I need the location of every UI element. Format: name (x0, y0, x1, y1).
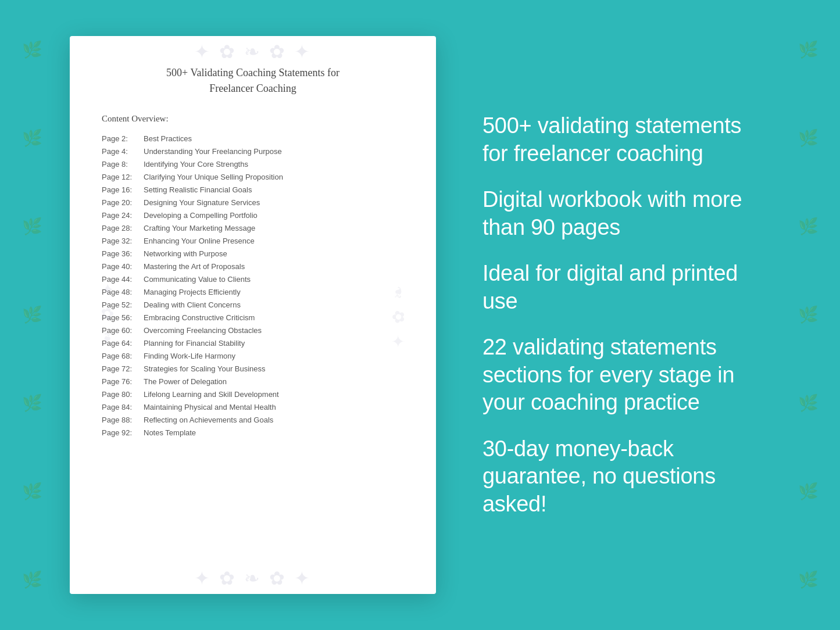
toc-chapter-title: Managing Projects Efficiently (144, 288, 241, 296)
toc-page-number: Page 24: (102, 211, 141, 220)
toc-chapter-title: Communicating Value to Clients (144, 275, 251, 284)
document-card: ✦ ✿ ❧ ✿ ✦ ✦ ✿ ❧ ✿ ✦ ✦ ✿ ❧ ✦ ✿ ❧ 500+ Val… (70, 36, 436, 594)
toc-chapter-title: The Power of Delegation (144, 377, 227, 386)
toc-page-number: Page 28: (102, 224, 141, 232)
feature-text: 500+ validating statements for freelance… (482, 112, 770, 167)
toc-item: Page 52:Dealing with Client Concerns (102, 298, 404, 311)
features-panel: 500+ validating statements for freelance… (471, 112, 770, 518)
toc-item: Page 76:The Power of Delegation (102, 375, 404, 388)
toc-page-number: Page 72: (102, 364, 141, 373)
toc-chapter-title: Planning for Financial Stability (144, 339, 245, 348)
toc-page-number: Page 2: (102, 134, 141, 143)
toc-page-number: Page 16: (102, 185, 141, 194)
toc-chapter-title: Developing a Compelling Portfolio (144, 211, 258, 220)
decorative-top: ✦ ✿ ❧ ✿ ✦ (194, 41, 312, 63)
toc-item: Page 64:Planning for Financial Stability (102, 337, 404, 349)
feature-text: 30-day money-back guarantee, no question… (482, 435, 770, 518)
toc-item: Page 56:Embracing Constructive Criticism (102, 311, 404, 324)
toc-page-number: Page 40: (102, 262, 141, 271)
toc-chapter-title: Understanding Your Freelancing Purpose (144, 147, 282, 156)
toc-item: Page 28:Crafting Your Marketing Message (102, 221, 404, 234)
toc-chapter-title: Crafting Your Marketing Message (144, 224, 255, 232)
table-of-contents: Page 2:Best PracticesPage 4:Understandin… (102, 132, 404, 439)
toc-item: Page 88:Reflecting on Achievements and G… (102, 413, 404, 426)
toc-chapter-title: Setting Realistic Financial Goals (144, 185, 252, 194)
toc-item: Page 36:Networking with Purpose (102, 247, 404, 260)
toc-item: Page 12:Clarifying Your Unique Selling P… (102, 170, 404, 183)
toc-chapter-title: Finding Work-Life Harmony (144, 352, 235, 360)
toc-chapter-title: Best Practices (144, 134, 192, 143)
toc-page-number: Page 8: (102, 160, 141, 169)
toc-chapter-title: Overcoming Freelancing Obstacles (144, 326, 262, 335)
decorative-bottom: ✦ ✿ ❧ ✿ ✦ (194, 567, 312, 589)
toc-item: Page 72:Strategies for Scaling Your Busi… (102, 362, 404, 375)
feature-block: 22 validating statements sections for ev… (482, 334, 770, 417)
toc-page-number: Page 12: (102, 173, 141, 181)
toc-item: Page 16:Setting Realistic Financial Goal… (102, 183, 404, 196)
toc-page-number: Page 80: (102, 390, 141, 399)
toc-chapter-title: Maintaining Physical and Mental Health (144, 403, 276, 411)
toc-chapter-title: Dealing with Client Concerns (144, 300, 241, 309)
toc-chapter-title: Identifying Your Core Strengths (144, 160, 248, 169)
toc-item: Page 48:Managing Projects Efficiently (102, 285, 404, 298)
feature-text: Ideal for digital and printed use (482, 260, 770, 315)
toc-page-number: Page 4: (102, 147, 141, 156)
toc-chapter-title: Networking with Purpose (144, 249, 227, 258)
toc-item: Page 24:Developing a Compelling Portfoli… (102, 209, 404, 221)
feature-block: 500+ validating statements for freelance… (482, 112, 770, 167)
feature-block: Digital workbook with more than 90 pages (482, 186, 770, 241)
toc-chapter-title: Mastering the Art of Proposals (144, 262, 245, 271)
toc-item: Page 40:Mastering the Art of Proposals (102, 260, 404, 273)
toc-item: Page 44:Communicating Value to Clients (102, 273, 404, 285)
document-title: 500+ Validating Coaching Statements for … (102, 65, 404, 96)
decorative-left: ✦ ✿ ❧ (98, 282, 117, 348)
toc-chapter-title: Strategies for Scaling Your Business (144, 364, 266, 373)
toc-item: Page 60:Overcoming Freelancing Obstacles (102, 324, 404, 337)
feature-text: Digital workbook with more than 90 pages (482, 186, 770, 241)
toc-item: Page 8:Identifying Your Core Strengths (102, 158, 404, 170)
toc-page-number: Page 88: (102, 416, 141, 424)
toc-item: Page 92:Notes Template (102, 426, 404, 439)
toc-chapter-title: Clarifying Your Unique Selling Propositi… (144, 173, 283, 181)
toc-page-number: Page 76: (102, 377, 141, 386)
toc-page-number: Page 20: (102, 198, 141, 207)
toc-chapter-title: Designing Your Signature Services (144, 198, 260, 207)
toc-item: Page 2:Best Practices (102, 132, 404, 145)
toc-page-number: Page 36: (102, 249, 141, 258)
toc-page-number: Page 92: (102, 428, 141, 437)
toc-page-number: Page 84: (102, 403, 141, 411)
decorative-right: ✦ ✿ ❧ (389, 282, 408, 348)
section-label: Content Overview: (102, 114, 404, 124)
toc-chapter-title: Reflecting on Achievements and Goals (144, 416, 273, 424)
feature-block: Ideal for digital and printed use (482, 260, 770, 315)
toc-chapter-title: Enhancing Your Online Presence (144, 237, 255, 245)
toc-item: Page 4:Understanding Your Freelancing Pu… (102, 145, 404, 158)
toc-chapter-title: Lifelong Learning and Skill Development (144, 390, 279, 399)
toc-chapter-title: Embracing Constructive Criticism (144, 313, 255, 322)
toc-item: Page 84:Maintaining Physical and Mental … (102, 400, 404, 413)
toc-item: Page 68:Finding Work-Life Harmony (102, 349, 404, 362)
toc-chapter-title: Notes Template (144, 428, 196, 437)
main-layout: ✦ ✿ ❧ ✿ ✦ ✦ ✿ ❧ ✿ ✦ ✦ ✿ ❧ ✦ ✿ ❧ 500+ Val… (0, 0, 840, 630)
feature-block: 30-day money-back guarantee, no question… (482, 435, 770, 518)
toc-item: Page 32:Enhancing Your Online Presence (102, 234, 404, 247)
toc-page-number: Page 32: (102, 237, 141, 245)
feature-text: 22 validating statements sections for ev… (482, 334, 770, 417)
toc-item: Page 20:Designing Your Signature Service… (102, 196, 404, 209)
toc-page-number: Page 68: (102, 352, 141, 360)
toc-item: Page 80:Lifelong Learning and Skill Deve… (102, 388, 404, 400)
